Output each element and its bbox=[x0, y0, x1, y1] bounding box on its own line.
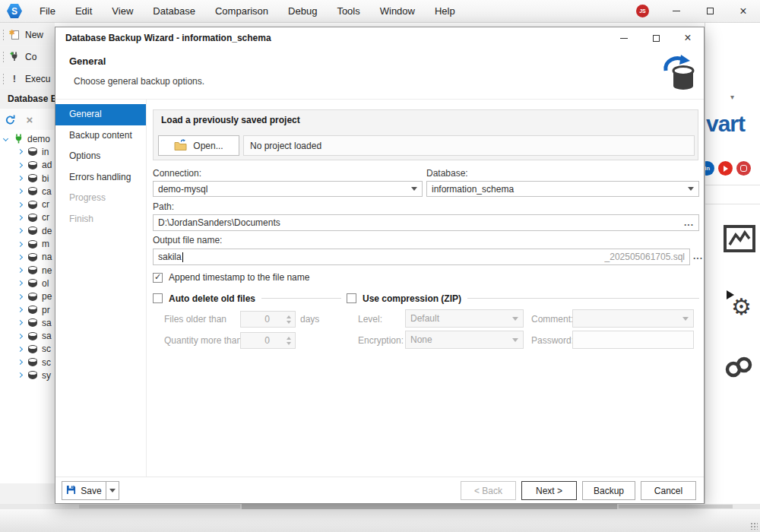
app-maximize-button[interactable] bbox=[693, 0, 727, 23]
save-button[interactable]: Save bbox=[62, 481, 106, 500]
cancel-button[interactable]: Cancel bbox=[641, 481, 696, 500]
tree-database-node[interactable]: pr bbox=[0, 303, 55, 316]
browse-path-button[interactable]: ... bbox=[684, 217, 694, 228]
scrollbar-segment[interactable] bbox=[619, 505, 733, 508]
dialog-close-button[interactable]: × bbox=[672, 28, 704, 49]
chevron-right-icon[interactable] bbox=[17, 359, 23, 365]
backup-button[interactable]: Backup bbox=[582, 481, 635, 500]
app-minimize-button[interactable] bbox=[660, 0, 693, 23]
menu-debug[interactable]: Debug bbox=[278, 0, 327, 23]
dialog-minimize-button[interactable] bbox=[608, 28, 640, 49]
menu-database[interactable]: Database bbox=[143, 0, 205, 23]
disconnect-button[interactable]: × bbox=[20, 110, 40, 128]
menu-file[interactable]: File bbox=[30, 0, 65, 23]
tree-database-node[interactable]: ad bbox=[0, 159, 55, 172]
chevron-right-icon[interactable] bbox=[17, 163, 23, 168]
toolbar-grip[interactable] bbox=[2, 51, 5, 63]
tree-database-node[interactable]: m bbox=[0, 237, 55, 250]
open-project-button[interactable]: Open... bbox=[158, 135, 239, 156]
tree-connection-node[interactable]: demo bbox=[0, 132, 55, 145]
browse-output-button[interactable]: ... bbox=[693, 251, 703, 261]
tree-database-node[interactable]: ol bbox=[0, 277, 55, 290]
compression-group: Use compression (ZIP) Level: Default Com… bbox=[347, 293, 699, 355]
chevron-right-icon[interactable] bbox=[17, 320, 23, 325]
chevron-right-icon[interactable] bbox=[17, 255, 23, 260]
connection-select[interactable]: demo-mysql bbox=[153, 181, 423, 197]
tree-database-node[interactable]: in bbox=[0, 145, 55, 158]
tree-database-node[interactable]: na bbox=[0, 251, 55, 264]
chevron-down-icon bbox=[411, 187, 417, 191]
chevron-right-icon[interactable] bbox=[17, 372, 23, 378]
output-file-input[interactable]: sakila _202505061705.sql bbox=[153, 249, 690, 265]
tree-database-node[interactable]: pe bbox=[0, 290, 55, 303]
resize-grip[interactable] bbox=[750, 522, 758, 530]
tree-database-node[interactable]: ne bbox=[0, 264, 55, 277]
toolbar-grip[interactable] bbox=[2, 29, 5, 41]
compression-checkbox[interactable] bbox=[347, 293, 356, 303]
path-input[interactable]: D:\JordanSanders\Documents ... bbox=[153, 214, 699, 231]
auto-delete-checkbox[interactable] bbox=[153, 293, 163, 303]
minimize-icon bbox=[620, 38, 628, 39]
dialog-maximize-button[interactable] bbox=[640, 28, 672, 49]
append-timestamp-checkbox[interactable] bbox=[153, 273, 163, 283]
user-avatar[interactable]: JS bbox=[636, 5, 649, 17]
menu-comparison[interactable]: Comparison bbox=[205, 0, 278, 23]
horizontal-scrollbar[interactable] bbox=[0, 504, 760, 509]
dialog-titlebar[interactable]: Database Backup Wizard - information_sch… bbox=[55, 27, 704, 49]
menu-edit[interactable]: Edit bbox=[65, 0, 102, 23]
tree-database-node[interactable]: sy bbox=[0, 369, 55, 382]
next-button[interactable]: Next > bbox=[521, 481, 577, 500]
wizard-step-options[interactable]: Options bbox=[55, 146, 146, 167]
database-select[interactable]: information_schema bbox=[426, 181, 699, 197]
app-close-button[interactable]: × bbox=[727, 0, 760, 23]
tree-database-node[interactable]: ca bbox=[0, 185, 55, 198]
new-connection-icon bbox=[8, 51, 21, 63]
spinner-arrows-icon bbox=[283, 333, 295, 348]
chevron-right-icon[interactable] bbox=[17, 280, 23, 286]
menu-tools[interactable]: Tools bbox=[327, 0, 369, 23]
chevron-right-icon[interactable] bbox=[17, 215, 23, 220]
tree-database-node[interactable]: sa bbox=[0, 316, 55, 329]
tree-database-node[interactable]: sc bbox=[0, 356, 55, 369]
panel-menu-caret-icon[interactable]: ▾ bbox=[730, 93, 734, 101]
menu-view[interactable]: View bbox=[102, 0, 143, 23]
tree-database-node[interactable]: sc bbox=[0, 343, 55, 356]
scrollbar-segment[interactable] bbox=[79, 505, 240, 508]
chain-link-icon[interactable] bbox=[724, 356, 754, 381]
toolbar-connect-button[interactable]: Co bbox=[0, 46, 55, 67]
tree-database-node[interactable]: de bbox=[0, 224, 55, 237]
chevron-right-icon[interactable] bbox=[17, 188, 23, 194]
chevron-down-icon[interactable] bbox=[3, 136, 8, 141]
chevron-right-icon[interactable] bbox=[17, 268, 23, 273]
chevron-right-icon[interactable] bbox=[17, 228, 23, 233]
chevron-right-icon[interactable] bbox=[17, 149, 23, 154]
picture-chart-icon[interactable] bbox=[724, 225, 755, 255]
toolbar-grip[interactable] bbox=[2, 73, 5, 85]
play-gear-icon[interactable]: ⚙ bbox=[724, 287, 755, 320]
youtube-icon[interactable] bbox=[718, 161, 733, 176]
chevron-right-icon[interactable] bbox=[17, 176, 23, 181]
chevron-right-icon[interactable] bbox=[17, 347, 23, 352]
scrollbar-thumb[interactable] bbox=[242, 504, 617, 509]
refresh-button[interactable] bbox=[0, 110, 20, 128]
chevron-right-icon[interactable] bbox=[17, 241, 23, 246]
tree-database-node[interactable]: cr bbox=[0, 211, 55, 224]
chevron-right-icon[interactable] bbox=[17, 334, 23, 339]
tree-database-node[interactable]: cr bbox=[0, 198, 55, 211]
tree-database-node[interactable]: bi bbox=[0, 172, 55, 185]
toolbar-new-button[interactable]: ✱ New bbox=[0, 24, 55, 45]
output-file-label: Output file name: bbox=[153, 235, 222, 245]
menu-help[interactable]: Help bbox=[425, 0, 465, 23]
wizard-step-general[interactable]: General bbox=[55, 104, 146, 125]
instagram-icon[interactable] bbox=[736, 161, 751, 176]
save-dropdown-button[interactable] bbox=[106, 481, 119, 500]
toolbar-execute-button[interactable]: ! Execu bbox=[0, 68, 55, 89]
chevron-right-icon[interactable] bbox=[17, 307, 23, 312]
wizard-step-backup-content[interactable]: Backup content bbox=[55, 125, 146, 147]
menu-window[interactable]: Window bbox=[370, 0, 425, 23]
linkedin-icon[interactable]: in bbox=[705, 161, 714, 176]
chevron-right-icon[interactable] bbox=[17, 202, 23, 207]
wizard-step-errors-handling[interactable]: Errors handling bbox=[55, 167, 146, 188]
chevron-right-icon[interactable] bbox=[17, 294, 23, 299]
tree-database-node[interactable]: sa bbox=[0, 329, 55, 342]
